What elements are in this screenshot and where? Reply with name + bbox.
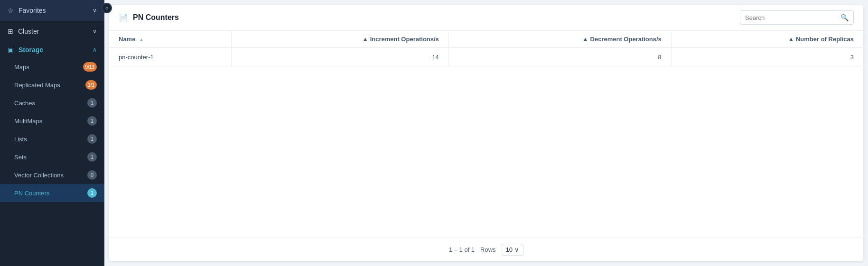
favorites-label: Favorites (19, 7, 46, 14)
cell-name: pn-counter-1 (109, 48, 231, 67)
cluster-label: Cluster (18, 28, 39, 35)
sidebar-nav-item-caches[interactable]: Caches1 (0, 94, 104, 112)
nav-item-label: MultiMaps (14, 118, 42, 125)
nav-item-label: Maps (14, 64, 29, 71)
sidebar-nav-item-maps[interactable]: Maps9/13 (0, 58, 104, 76)
content-panel: 📄 PN Counters 🔍 Name ▲ (109, 5, 863, 261)
table-body: pn-counter-11483 (109, 48, 863, 67)
rows-chevron: ∨ (514, 246, 519, 253)
rows-label: Rows (480, 246, 496, 253)
cluster-chevron: ∨ (93, 28, 97, 35)
sidebar-collapse-button[interactable]: « (102, 3, 112, 13)
sidebar-nav-item-vector-collections[interactable]: Vector Collections0 (0, 166, 104, 184)
storage-folder-icon: ▣ (8, 46, 14, 54)
sidebar: « ☆ Favorites ∨ ⊞ Cluster ∨ ▣ Storage ∧ … (0, 0, 104, 266)
col-header-increment[interactable]: ▲ Increment Operations/s (232, 31, 448, 48)
sort-icon-increment: ▲ (362, 36, 368, 43)
table-row[interactable]: pn-counter-11483 (109, 48, 863, 67)
sidebar-item-favorites[interactable]: ☆ Favorites ∨ (0, 0, 104, 21)
sidebar-nav-item-lists[interactable]: Lists1 (0, 130, 104, 148)
sort-icon-name: ▲ (139, 37, 144, 42)
nav-item-badge: 1 (87, 116, 97, 126)
cell-num-replicas: 3 (672, 48, 863, 67)
cluster-icon: ⊞ (8, 28, 13, 35)
star-icon: ☆ (8, 7, 14, 14)
rows-value: 10 (506, 246, 513, 253)
storage-chevron: ∧ (93, 46, 97, 53)
nav-item-badge: 9/13 (83, 62, 97, 72)
nav-item-label: Replicated Maps (14, 82, 60, 89)
nav-item-badge: 1 (87, 134, 97, 144)
cell-increment-ops: 14 (232, 48, 448, 67)
nav-item-label: Lists (14, 136, 27, 143)
sort-icon-replicas: ▲ (788, 36, 794, 43)
nav-item-badge: 0 (87, 170, 97, 180)
search-icon: 🔍 (840, 14, 849, 21)
panel-header: 📄 PN Counters 🔍 (109, 5, 863, 31)
nav-item-label: PN Counters (14, 190, 49, 197)
rows-per-page-select[interactable]: 10 ∨ (502, 244, 523, 256)
nav-item-badge: 1 (87, 188, 97, 198)
cell-decrement-ops: 8 (449, 48, 671, 67)
sidebar-nav-item-multimaps[interactable]: MultiMaps1 (0, 112, 104, 130)
sidebar-nav-item-pn-counters[interactable]: PN Counters1 (0, 184, 104, 202)
pn-counters-table: Name ▲ ▲ Increment Operations/s ▲ Decrem… (109, 31, 863, 67)
sidebar-nav-item-sets[interactable]: Sets1 (0, 148, 104, 166)
search-box[interactable]: 🔍 (740, 10, 854, 25)
sidebar-item-cluster[interactable]: ⊞ Cluster ∨ (0, 21, 104, 42)
col-header-replicas[interactable]: ▲ Number of Replicas (672, 31, 863, 48)
panel-title-text: PN Counters (133, 13, 179, 22)
search-input[interactable] (745, 14, 838, 21)
favorites-chevron: ∨ (93, 7, 97, 14)
panel-title-icon: 📄 (119, 13, 128, 22)
sort-icon-decrement: ▲ (582, 36, 588, 43)
pagination-bar: 1 – 1 of 1 Rows 10 ∨ (109, 238, 863, 261)
nav-item-badge: 1 (87, 98, 97, 108)
pagination-info: 1 – 1 of 1 (449, 246, 475, 253)
collapse-icon: « (105, 5, 109, 11)
sidebar-nav-item-replicated-maps[interactable]: Replicated Maps1/1 (0, 76, 104, 94)
col-header-decrement[interactable]: ▲ Decrement Operations/s (449, 31, 671, 48)
storage-nav-items: Maps9/13Replicated Maps1/1Caches1MultiMa… (0, 58, 104, 202)
nav-item-label: Sets (14, 154, 27, 161)
main-content: 📄 PN Counters 🔍 Name ▲ (104, 0, 868, 266)
nav-item-label: Caches (14, 100, 35, 107)
nav-item-badge: 1 (87, 152, 97, 162)
sidebar-item-storage[interactable]: ▣ Storage ∧ (0, 42, 104, 58)
storage-label: Storage (19, 46, 43, 54)
col-header-name[interactable]: Name ▲ (109, 31, 231, 48)
nav-item-badge: 1/1 (85, 80, 97, 90)
table-wrapper: Name ▲ ▲ Increment Operations/s ▲ Decrem… (109, 31, 863, 238)
panel-title-group: 📄 PN Counters (119, 13, 179, 22)
nav-item-label: Vector Collections (14, 172, 64, 179)
